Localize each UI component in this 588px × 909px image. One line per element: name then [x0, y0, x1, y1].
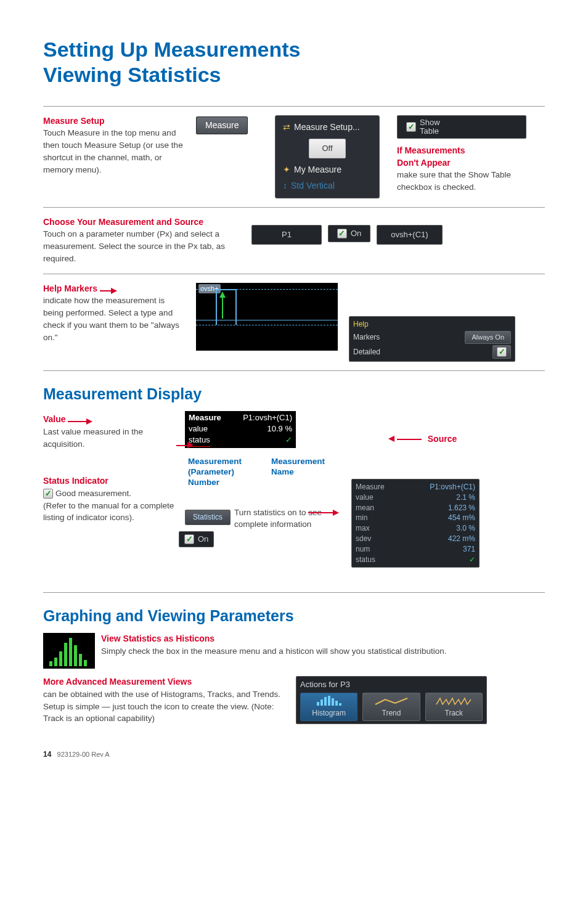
help-label: Help [353, 319, 511, 330]
divider [43, 274, 545, 274]
histicon-body: Simply check the box in the measure menu… [101, 646, 447, 656]
measure-readout-box: MeasureP1:ovsh+(C1) value10.9 % status✓ [185, 411, 296, 448]
std-vertical-icon: ↕ [283, 180, 287, 192]
markers-label: Markers [353, 332, 380, 343]
advanced-heading: More Advanced Measurement Views [43, 677, 192, 687]
measure-menu-button[interactable]: Measure [196, 116, 248, 135]
divider [43, 207, 545, 208]
always-on-button[interactable]: Always On [465, 331, 511, 344]
trend-button[interactable]: Trend [362, 693, 420, 721]
my-measure-icon: ✦ [283, 164, 290, 176]
actions-panel: Actions for P3 Histogram Trend Track [296, 676, 487, 724]
histicon-preview [43, 633, 95, 669]
divider [43, 370, 545, 371]
svg-rect-6 [339, 703, 341, 706]
overshoot-preview: ovsh+ [196, 283, 338, 351]
value-body: Last value measured in the acquisition. [43, 427, 143, 449]
page-footer: 14 923129-00 Rev A [43, 749, 545, 760]
status-good: Good measurement. [55, 489, 131, 498]
param-slot-p1[interactable]: P1 [251, 225, 322, 245]
value-heading: Value [43, 414, 66, 424]
svg-rect-2 [324, 697, 327, 706]
page-title: Setting Up Measurements Viewing Statisti… [43, 37, 545, 88]
svg-rect-4 [332, 698, 334, 706]
show-table-checkbox[interactable]: ✓ [406, 122, 416, 132]
menu-std-vertical[interactable]: ↕ Std Vertical [279, 178, 375, 194]
advanced-views-row: More Advanced Measurement Views can be o… [43, 676, 545, 725]
setup-icon: ⇄ [283, 121, 290, 134]
svg-rect-1 [321, 699, 323, 706]
divider [43, 592, 545, 593]
label-measurement-name: Measurement Name [271, 457, 345, 478]
statistics-button[interactable]: Statistics [185, 510, 231, 525]
svg-rect-3 [328, 696, 330, 706]
divider [43, 106, 545, 107]
warn-heading-1: If Measurements [397, 145, 465, 155]
measure-setup-body: Touch Measure in the top menu and then t… [43, 128, 183, 174]
measurement-display-heading: Measurement Display [43, 383, 545, 405]
status-heading: Status Indicator [43, 476, 108, 486]
good-status-icon: ✓ [43, 489, 53, 499]
help-markers-heading: Help Markers [43, 283, 97, 293]
measurement-display-diagram: Value Last value measured in the acquisi… [43, 411, 545, 584]
histicon-row: View Statistics as Histicons Simply chec… [43, 633, 545, 669]
stats-table: MeasureP1:ovsh+(C1) value2.1 % mean1.623… [351, 479, 480, 568]
warn-heading-2: Don't Appear [397, 158, 451, 168]
pointer-to-status [176, 439, 194, 452]
track-button[interactable]: Track [425, 693, 483, 721]
menu-my-measure[interactable]: ✦ My Measure [279, 162, 375, 178]
statistics-on-toggle[interactable]: ✓On [179, 531, 214, 547]
warn-body: make sure that the Show Table checkbox i… [397, 170, 511, 192]
label-source: Source [388, 433, 457, 446]
choose-body: Touch on a parameter number (Px) and sel… [43, 229, 225, 263]
status-body: (Refer to the manual for a complete list… [43, 501, 174, 523]
svg-rect-0 [317, 702, 319, 706]
section-help-markers: Help Markers indicate how the measuremen… [43, 283, 545, 362]
menu-off[interactable]: Off [309, 139, 345, 158]
detailed-label: Detailed [353, 347, 380, 357]
graphing-heading: Graphing and Viewing Parameters [43, 605, 545, 627]
on-checkbox[interactable]: ✓ [337, 229, 347, 238]
advanced-body: can be obtained with the use of Histogra… [43, 690, 280, 724]
help-panel: Help Markers Always On Detailed ✓ [349, 316, 515, 362]
trend-icon [373, 696, 410, 707]
label-parameter-number: Measurement (Parameter) Number [188, 457, 262, 488]
section-choose-measurement: Choose Your Measurement and Source Touch… [43, 216, 545, 265]
histicon-heading: View Statistics as Histicons [101, 634, 214, 643]
menu-measure-setup[interactable]: ⇄ Measure Setup... [279, 120, 375, 136]
actions-title: Actions for P3 [300, 679, 483, 690]
track-icon [435, 696, 472, 707]
always-on-checkbox[interactable]: ✓ [492, 345, 511, 359]
svg-rect-5 [335, 701, 338, 706]
param-measurement[interactable]: ovsh+(C1) [377, 225, 442, 245]
histogram-button[interactable]: Histogram [300, 693, 357, 721]
param-on-toggle[interactable]: ✓ On [328, 225, 370, 242]
choose-heading: Choose Your Measurement and Source [43, 217, 203, 227]
section-measure-setup: Measure Setup Touch Measure in the top m… [43, 115, 545, 198]
measure-setup-heading: Measure Setup [43, 116, 105, 126]
help-markers-body: indicate how the measurement is being pe… [43, 296, 179, 342]
histogram-icon [311, 696, 348, 707]
show-table-option[interactable]: ✓ Show Table [397, 115, 526, 139]
